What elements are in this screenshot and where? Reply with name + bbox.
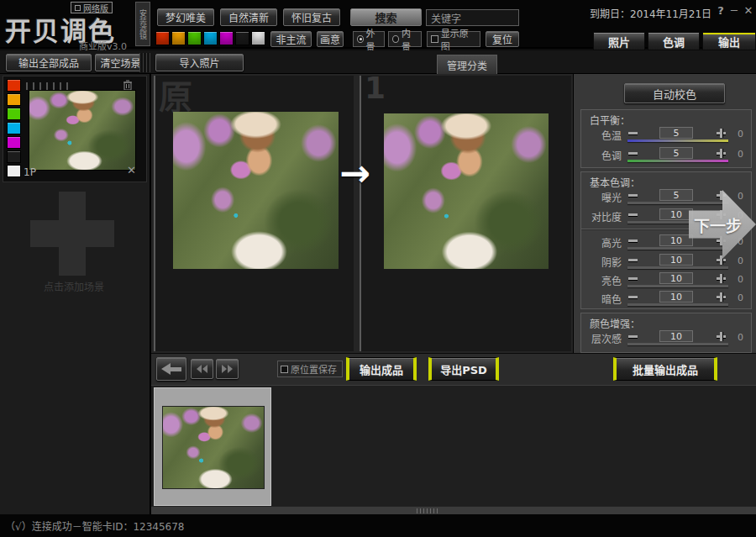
temp-slider-track[interactable]: [627, 140, 728, 142]
plus-button[interactable]: [716, 255, 727, 266]
color-swatch-black[interactable]: [235, 31, 249, 45]
scene-sidebar: 1P ✕ 点击添加场景: [0, 74, 151, 514]
minus-button[interactable]: [627, 190, 638, 201]
minus-button[interactable]: [627, 331, 638, 342]
checkbox-icon: [281, 366, 288, 373]
slider-label: 阴影: [581, 255, 622, 269]
slider-track[interactable]: [627, 343, 728, 345]
style-retro-button[interactable]: 怀旧复古: [283, 8, 340, 26]
plus-button[interactable]: [716, 292, 727, 303]
minus-button[interactable]: [627, 255, 638, 266]
install-filter-tab[interactable]: 安装滤镜: [135, 2, 150, 46]
help-icon[interactable]: ?: [715, 4, 727, 17]
close-icon[interactable]: ✕: [743, 4, 754, 17]
fast-forward-icon: [222, 365, 227, 373]
slider-label: 对比度: [581, 209, 622, 224]
color-enhance-group: 颜色增强： 层次感 10 0: [580, 313, 752, 353]
step-box[interactable]: 10: [659, 272, 693, 284]
preview-area: 原 1 →: [151, 74, 573, 353]
output-all-button[interactable]: 输出全部成品: [6, 54, 92, 71]
slider-track[interactable]: [627, 266, 728, 269]
search-button[interactable]: 搜索: [350, 8, 422, 26]
indoor-radio[interactable]: 内景: [388, 31, 422, 47]
save-in-place-checkbox[interactable]: 原位置保存: [277, 361, 343, 377]
plus-button[interactable]: [716, 273, 727, 284]
clear-scene-button[interactable]: 清空场景: [95, 54, 146, 71]
minus-button[interactable]: [627, 128, 638, 139]
thumbnail-strip: [151, 385, 756, 506]
keyword-input[interactable]: [426, 9, 519, 26]
slider-brights: 亮色 10 0: [581, 272, 753, 289]
filter-painterly-button[interactable]: 画意: [317, 31, 344, 47]
output-product-button[interactable]: 输出成品: [346, 357, 417, 381]
filter-nonmainstream-button[interactable]: 非主流: [270, 31, 312, 47]
slider-track[interactable]: [627, 202, 728, 204]
minimize-icon[interactable]: ─: [728, 4, 740, 17]
slider-track[interactable]: [627, 285, 728, 287]
export-psd-button[interactable]: 导出PSD: [428, 357, 499, 381]
step-box[interactable]: 10: [659, 254, 693, 266]
style-dreamy-button[interactable]: 梦幻唯美: [157, 8, 214, 26]
slider-track[interactable]: [627, 247, 728, 250]
batch-output-button[interactable]: 批量输出成品: [613, 357, 717, 381]
color-swatch-magenta[interactable]: [219, 31, 234, 45]
minus-button[interactable]: [627, 148, 638, 159]
slider-darks: 暗色 10 0: [581, 291, 753, 308]
back-button[interactable]: [156, 357, 186, 381]
color-swatch-green[interactable]: [187, 31, 202, 45]
style-natural-button[interactable]: 自然清新: [220, 8, 277, 26]
result-photo[interactable]: [384, 113, 549, 269]
minus-button[interactable]: [627, 292, 638, 303]
plus-button[interactable]: [716, 331, 727, 342]
tab-tone[interactable]: 色调: [648, 32, 700, 50]
forward-button[interactable]: [216, 359, 239, 379]
step-box[interactable]: 10: [659, 208, 693, 220]
minus-button[interactable]: [627, 209, 638, 220]
color-swatch-orange[interactable]: [171, 31, 186, 45]
minus-button[interactable]: [627, 273, 638, 284]
tab-photo[interactable]: 照片: [593, 32, 645, 50]
step-box[interactable]: 5: [659, 189, 693, 201]
scene-remove-icon[interactable]: ✕: [127, 164, 136, 176]
step-box[interactable]: 10: [659, 234, 693, 246]
scene-item[interactable]: 1P ✕: [3, 76, 147, 182]
transform-arrow-icon: →: [339, 151, 370, 194]
result-label: 1: [365, 71, 386, 105]
scene-swatch-orange: [7, 93, 21, 106]
plus-button[interactable]: [716, 148, 727, 159]
plus-button[interactable]: [716, 128, 727, 139]
color-swatch-red[interactable]: [155, 31, 170, 45]
tab-output-active[interactable]: 输出: [702, 32, 756, 50]
step-box[interactable]: 5: [659, 147, 693, 159]
horizontal-scrollbar[interactable]: [151, 506, 756, 514]
auto-color-button[interactable]: 自动校色: [624, 83, 725, 103]
manage-categories-button[interactable]: 管理分类: [437, 55, 497, 74]
step-box[interactable]: 10: [659, 291, 693, 303]
scene-thumbnail[interactable]: [29, 90, 136, 171]
thumbnail-photo[interactable]: [162, 406, 265, 489]
slider-label: 色温: [581, 128, 622, 142]
expiry-date: 到期日：2014年11月21日: [590, 6, 711, 20]
minus-button[interactable]: [627, 235, 638, 246]
selected-thumbnail-frame[interactable]: [154, 387, 271, 506]
import-photos-button[interactable]: 导入照片: [155, 54, 244, 71]
step-box[interactable]: 5: [659, 127, 693, 139]
tint-slider-track[interactable]: [627, 160, 728, 162]
splitter-grip[interactable]: [139, 53, 150, 72]
slider-track[interactable]: [627, 303, 728, 306]
slider-label: 高光: [581, 235, 622, 250]
scene-swatch-black: [7, 150, 21, 163]
fast-forward-icon: [228, 365, 233, 373]
scrollbar-grip[interactable]: [417, 508, 438, 513]
add-scene-plus-icon[interactable]: [30, 192, 114, 276]
outdoor-radio[interactable]: 外景: [353, 31, 385, 47]
step-box[interactable]: 10: [659, 330, 693, 342]
output-toolbar: 原位置保存 输出成品 导出PSD 批量输出成品: [151, 353, 756, 385]
original-photo[interactable]: [173, 112, 339, 269]
previous-button[interactable]: [191, 359, 213, 379]
color-swatch-cyan[interactable]: [203, 31, 218, 45]
reset-button[interactable]: 复位: [486, 31, 519, 47]
show-original-checkbox[interactable]: 显示原图: [427, 31, 480, 47]
checkbox-icon: [431, 35, 438, 43]
color-swatch-white[interactable]: [251, 31, 265, 45]
